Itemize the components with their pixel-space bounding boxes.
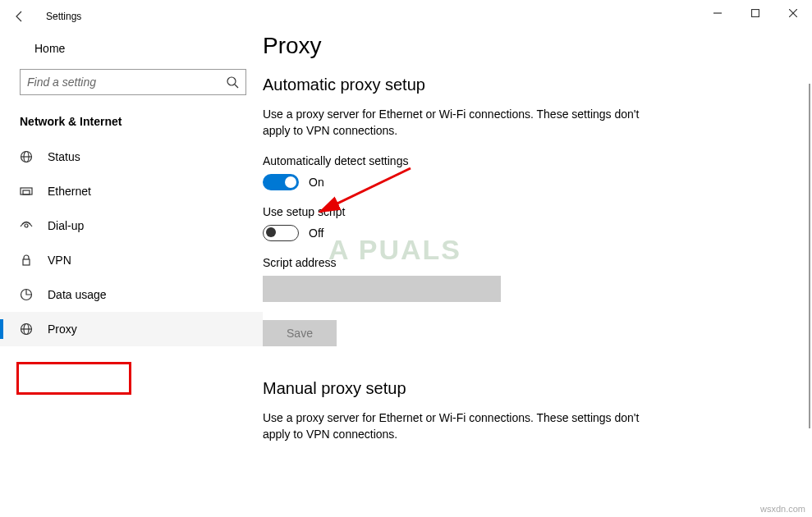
data-usage-icon: [20, 288, 33, 301]
svg-point-4: [227, 77, 236, 85]
back-button[interactable]: [0, 0, 39, 33]
search-input[interactable]: [27, 75, 226, 89]
section-title-auto: Automatic proxy setup: [263, 75, 792, 94]
sidebar-item-label: Dial-up: [48, 219, 84, 232]
sidebar-item-proxy[interactable]: Proxy: [0, 312, 263, 346]
scrollbar[interactable]: [809, 84, 810, 428]
main-content: Proxy Automatic proxy setup Use a proxy …: [263, 26, 812, 517]
sidebar-item-label: Status: [48, 150, 80, 163]
search-input-container[interactable]: [20, 69, 246, 95]
window-title: Settings: [46, 11, 81, 22]
globe-icon: [20, 150, 33, 163]
footer-brand: wsxdn.com: [760, 504, 805, 514]
dialup-icon: [20, 219, 33, 232]
svg-rect-9: [21, 188, 32, 194]
setup-script-label: Use setup script: [263, 205, 792, 218]
manual-description: Use a proxy server for Ethernet or Wi-Fi…: [263, 409, 640, 443]
proxy-icon: [20, 323, 33, 336]
sidebar-item-label: VPN: [48, 254, 71, 267]
svg-rect-1: [752, 10, 759, 17]
sidebar-item-ethernet[interactable]: Ethernet: [0, 174, 263, 208]
script-address-input[interactable]: [263, 276, 501, 302]
search-icon: [226, 75, 239, 89]
ethernet-icon: [20, 185, 33, 198]
script-address-label: Script address: [263, 256, 792, 269]
sidebar-item-status[interactable]: Status: [0, 140, 263, 174]
sidebar-item-vpn[interactable]: VPN: [0, 243, 263, 277]
section-title-manual: Manual proxy setup: [263, 379, 792, 398]
sidebar-item-label: Ethernet: [48, 185, 91, 198]
close-button[interactable]: [774, 0, 812, 26]
auto-detect-toggle[interactable]: [263, 174, 299, 190]
sidebar-category: Network & Internet: [0, 107, 263, 140]
sidebar-item-label: Proxy: [48, 323, 77, 336]
setup-script-state: Off: [309, 226, 323, 240]
maximize-button[interactable]: [736, 0, 774, 26]
minimize-button[interactable]: [699, 0, 736, 26]
sidebar: Home Network & Internet Status Ethernet …: [0, 26, 263, 517]
sidebar-item-label: Data usage: [48, 288, 107, 301]
sidebar-item-dialup[interactable]: Dial-up: [0, 208, 263, 243]
svg-line-5: [235, 85, 238, 88]
save-button[interactable]: Save: [263, 320, 337, 346]
svg-rect-12: [23, 259, 30, 265]
sidebar-home-label: Home: [34, 42, 65, 55]
svg-rect-10: [23, 190, 30, 194]
setup-script-toggle[interactable]: [263, 225, 299, 241]
sidebar-home[interactable]: Home: [0, 33, 263, 64]
svg-point-11: [25, 224, 28, 227]
sidebar-item-datausage[interactable]: Data usage: [0, 277, 263, 312]
page-title: Proxy: [263, 33, 792, 59]
auto-detect-label: Automatically detect settings: [263, 154, 792, 167]
auto-description: Use a proxy server for Ethernet or Wi-Fi…: [263, 106, 640, 140]
auto-detect-state: On: [309, 176, 324, 189]
vpn-icon: [20, 254, 33, 267]
